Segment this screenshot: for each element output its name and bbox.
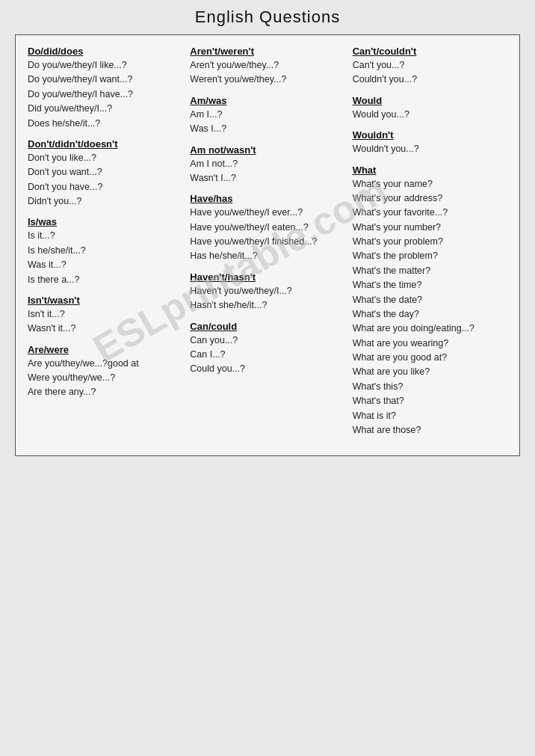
section-item: Do you/we/they/I have...? [28,87,182,102]
section-header: What [353,165,507,176]
section-item: What's this? [353,380,507,394]
section-col1-1: Do/did/doesDo you/we/they/I like...?Do y… [28,46,182,131]
section-item: Don't you like...? [28,151,182,165]
section-item: Can I...? [190,348,344,362]
section-item: Don't you want...? [28,165,182,179]
section-header: Am not/wasn't [190,144,344,156]
section-item: What's your problem? [353,235,507,249]
content-card: Do/did/doesDo you/we/they/I like...?Do y… [15,34,520,456]
section-item: What's your name? [353,177,507,191]
section-item: What's the problem? [353,249,507,263]
section-item: Wasn't it...? [28,322,182,336]
section-item: Can you...? [190,334,344,348]
section-item: What's the matter? [353,264,507,278]
section-item: Do you/we/they/I like...? [28,58,182,73]
section-col2-3: Am not/wasn'tAm I not...?Wasn't I...? [190,144,344,186]
section-header: Wouldn't [353,129,507,141]
section-header: Would [353,95,507,106]
section-col2-5: Haven't/hasn'tHaven't you/we/they/I...?H… [190,271,344,313]
section-col1-3: Is/wasIs it...?Is he/she/it...?Was it...… [28,216,182,287]
column-2: Aren't/weren'tAren't you/we/they...?Were… [190,46,344,445]
section-item: Is there a...? [28,273,182,287]
section-item: Am I not...? [190,157,344,171]
section-item: What are you doing/eating...? [353,322,507,336]
section-col3-4: WhatWhat's your name?What's your address… [353,165,507,438]
section-item: Was it...? [28,258,182,272]
section-item: What's your number? [353,221,507,235]
section-header: Is/was [28,216,182,227]
section-item: Have you/we/they/I eaten...? [190,221,344,235]
section-item: Hasn't she/he/it...? [190,298,344,313]
section-item: Couldn't you...? [353,73,507,87]
section-item: Do you/we/they/I want...? [28,73,182,87]
section-item: Wouldn't you...? [353,142,507,156]
section-item: Wasn't I...? [190,171,344,185]
section-item: Was I...? [190,122,344,136]
section-item: Has he/she/it...? [190,249,344,263]
section-item: Is it...? [28,229,182,243]
section-item: Can't you...? [353,58,507,73]
section-item: Does he/she/it...? [28,117,182,131]
column-1: Do/did/doesDo you/we/they/I like...?Do y… [28,46,182,445]
column-3: Can't/couldn'tCan't you...?Couldn't you.… [353,46,507,445]
section-item: What's your favorite...? [353,206,507,220]
section-col1-5: Are/wereAre you/they/we...?good atWere y… [28,344,182,400]
section-header: Don't/didn't/doesn't [28,138,182,150]
section-item: Weren't you/we/they...? [190,73,344,87]
section-col2-1: Aren't/weren'tAren't you/we/they...?Were… [190,46,344,87]
section-header: Can't/couldn't [353,46,507,57]
section-item: Aren't you/we/they...? [190,58,344,73]
section-item: What's the day? [353,307,507,322]
section-item: What are you like? [353,365,507,379]
section-header: Have/has [190,193,344,204]
section-col1-2: Don't/didn't/doesn'tDon't you like...?Do… [28,138,182,209]
section-item: Are you/they/we...?good at [28,357,182,371]
section-item: Didn't you...? [28,194,182,209]
section-col3-2: WouldWould you...? [353,95,507,122]
section-item: Have you/we/they/I finished...? [190,235,344,249]
section-item: Are there any...? [28,385,182,399]
section-item: Isn't it...? [28,307,182,322]
section-item: Were you/they/we...? [28,371,182,385]
section-item: What is it? [353,409,507,423]
section-header: Haven't/hasn't [190,271,344,283]
section-header: Can/could [190,321,344,332]
section-header: Am/was [190,95,344,106]
section-item: What's the time? [353,278,507,292]
columns-container: Do/did/doesDo you/we/they/I like...?Do y… [28,46,507,445]
section-item: What are those? [353,423,507,437]
section-item: What's the date? [353,293,507,307]
section-col2-2: Am/wasAm I...?Was I...? [190,95,344,137]
section-item: What's that? [353,394,507,408]
section-header: Are/were [28,344,182,355]
section-item: What are you wearing? [353,336,507,351]
section-col2-6: Can/couldCan you...?Can I...?Could you..… [190,321,344,377]
page: English Questions Do/did/doesDo you/we/t… [0,0,535,756]
section-col3-3: Wouldn'tWouldn't you...? [353,129,507,156]
section-item: Don't you have...? [28,180,182,194]
section-item: Is he/she/it...? [28,244,182,258]
section-header: Aren't/weren't [190,46,344,57]
section-item: Would you...? [353,108,507,122]
section-col2-4: Have/hasHave you/we/they/I ever...?Have … [190,193,344,264]
section-col3-1: Can't/couldn'tCan't you...?Couldn't you.… [353,46,507,87]
page-title: English Questions [15,7,520,27]
section-header: Isn't/wasn't [28,295,182,306]
section-item: Am I...? [190,108,344,122]
section-item: What's your address? [353,191,507,206]
section-item: What are you good at? [353,351,507,365]
section-item: Could you...? [190,362,344,376]
section-item: Have you/we/they/I ever...? [190,206,344,220]
section-item: Did you/we/they/I...? [28,102,182,116]
section-item: Haven't you/we/they/I...? [190,284,344,298]
section-col1-4: Isn't/wasn'tIsn't it...?Wasn't it...? [28,295,182,336]
section-header: Do/did/does [28,46,182,57]
